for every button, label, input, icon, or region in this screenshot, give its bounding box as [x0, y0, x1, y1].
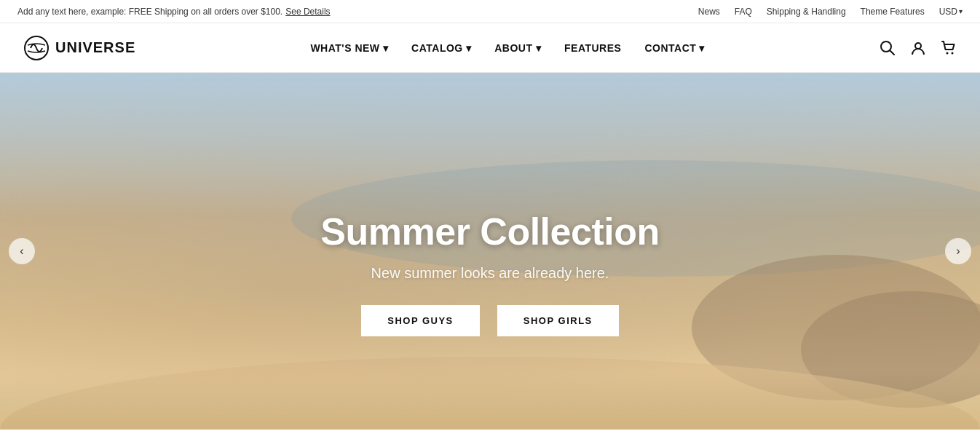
nav-links: WHAT'S NEW ▾ CATALOG ▾ ABOUT ▾ FEATURES … [310, 42, 704, 54]
top-nav-theme-features[interactable]: Theme Features [861, 7, 925, 17]
shop-guys-button[interactable]: SHOP GUYS [361, 305, 480, 336]
logo-text: UNIVERSE [55, 39, 135, 56]
top-nav-shipping[interactable]: Shipping & Handling [767, 7, 846, 17]
account-button[interactable] [910, 40, 926, 56]
logo[interactable]: UNIVERSE [23, 35, 135, 61]
nav-whats-new-chevron: ▾ [383, 42, 389, 54]
nav-catalog-chevron: ▾ [466, 42, 472, 54]
search-button[interactable] [880, 40, 896, 56]
hero-subtitle: New summer looks are already here. [320, 265, 659, 282]
top-nav-faq[interactable]: FAQ [735, 7, 752, 17]
nav-contact-chevron: ▾ [699, 42, 705, 54]
svg-point-4 [946, 52, 948, 54]
shop-girls-button[interactable]: SHOP GIRLS [497, 305, 619, 336]
nav-features[interactable]: FEATURES [564, 42, 621, 54]
hero-title: Summer Collection [320, 210, 659, 253]
carousel-prev-button[interactable]: ‹ [9, 238, 35, 264]
nav-features-label: FEATURES [564, 42, 621, 54]
promo-text-area: Add any text here, example: FREE Shippin… [17, 7, 331, 17]
arrow-left-icon: ‹ [20, 245, 23, 258]
top-nav-news[interactable]: News [698, 7, 720, 17]
top-bar: Add any text here, example: FREE Shippin… [0, 0, 980, 23]
promo-text: Add any text here, example: FREE Shippin… [17, 7, 282, 17]
nav-icons [880, 40, 957, 56]
nav-about-chevron: ▾ [536, 42, 542, 54]
nav-about-label: ABOUT [494, 42, 532, 54]
currency-value: USD [939, 7, 957, 17]
nav-catalog-label: CATALOG [411, 42, 463, 54]
nav-about[interactable]: ABOUT ▾ [494, 42, 541, 54]
svg-point-5 [951, 52, 953, 54]
currency-selector[interactable]: USD ▾ [939, 7, 963, 17]
svg-point-3 [915, 43, 921, 49]
hero-buttons: SHOP GUYS SHOP GIRLS [320, 305, 659, 336]
hero-content: Summer Collection New summer looks are a… [320, 210, 659, 336]
carousel-next-button[interactable]: › [945, 238, 971, 264]
nav-catalog[interactable]: CATALOG ▾ [411, 42, 471, 54]
logo-icon [23, 35, 50, 61]
nav-whats-new[interactable]: WHAT'S NEW ▾ [310, 42, 388, 54]
cart-icon [941, 40, 957, 56]
hero-section: Summer Collection New summer looks are a… [0, 73, 980, 430]
promo-link[interactable]: See Details [285, 7, 330, 17]
account-icon [910, 40, 926, 56]
main-nav: UNIVERSE WHAT'S NEW ▾ CATALOG ▾ ABOUT ▾ … [0, 23, 980, 73]
top-nav: News FAQ Shipping & Handling Theme Featu… [698, 7, 963, 17]
nav-contact-label: CONTACT [644, 42, 696, 54]
arrow-right-icon: › [956, 245, 960, 258]
cart-button[interactable] [941, 40, 957, 56]
nav-contact[interactable]: CONTACT ▾ [644, 42, 704, 54]
svg-line-2 [890, 50, 894, 55]
search-icon [880, 40, 896, 56]
nav-whats-new-label: WHAT'S NEW [310, 42, 379, 54]
currency-chevron: ▾ [959, 7, 963, 15]
